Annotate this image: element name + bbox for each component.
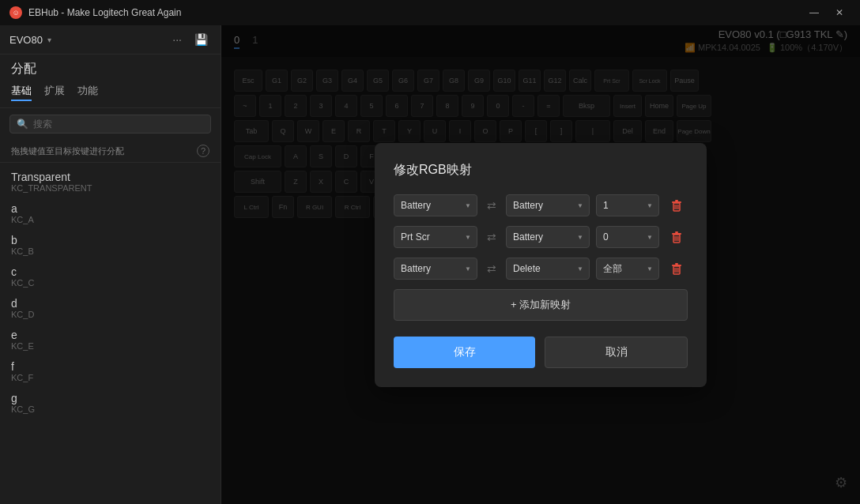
delete-row-3-button[interactable] [666, 258, 688, 280]
search-input[interactable] [33, 118, 204, 130]
device-arrow-icon: ▾ [47, 36, 51, 44]
app-icon: ☺ [9, 6, 22, 19]
list-item[interactable]: g KC_G [0, 387, 221, 419]
sidebar: EVO80 ▾ ··· 💾 分配 基础 扩展 功能 🔍 拖拽键值至目标按键进行分… [0, 25, 221, 504]
list-item[interactable]: e KC_E [0, 324, 221, 355]
target-select-1[interactable]: Battery Delete [506, 194, 590, 216]
key-item-label: a [11, 202, 209, 215]
value-select-wrapper-1: 1 0 全部 [596, 194, 659, 216]
app-title: EBHub - Make Logitech Great Again [28, 7, 181, 18]
content-area: 0 1 EVO80 v0.1 (□G913 TKL ✎) 📶 MPK14.04.… [221, 25, 860, 504]
mapping-row-2: Prt Scr Battery Delete ⇄ Battery Delete [394, 226, 688, 248]
mapping-row-1: Battery Prt Scr Delete ⇄ Battery Delete [394, 194, 688, 216]
sidebar-top: EVO80 ▾ ··· 💾 [0, 25, 221, 55]
assign-hint-text: 拖拽键值至目标按键进行分配 [11, 145, 124, 157]
list-item[interactable]: a KC_A [0, 197, 221, 229]
arrow-icon-3: ⇄ [484, 262, 500, 275]
mapping-row-3: Battery Prt Scr Delete ⇄ Delete Battery [394, 258, 688, 280]
source-select-1[interactable]: Battery Prt Scr Delete [394, 194, 477, 216]
list-item[interactable]: Transparent KC_TRANSPARENT [0, 166, 221, 197]
sidebar-tabs: 基础 扩展 功能 [0, 81, 221, 108]
target-select-wrapper-2: Battery Delete [506, 226, 590, 248]
arrow-icon-1: ⇄ [484, 199, 500, 212]
key-item-code: KC_D [11, 310, 209, 319]
save-config-button[interactable]: 💾 [191, 32, 211, 47]
key-item-code: KC_F [11, 373, 209, 382]
search-icon: 🔍 [17, 118, 28, 130]
key-item-code: KC_E [11, 341, 209, 351]
value-select-3[interactable]: 全部 0 1 [596, 258, 659, 280]
svg-rect-8 [675, 231, 678, 233]
key-item-code: KC_TRANSPARENT [11, 183, 209, 193]
tab-function[interactable]: 功能 [77, 84, 98, 101]
save-button[interactable]: 保存 [394, 337, 535, 368]
titlebar-controls: — ✕ [803, 5, 851, 21]
target-select-3[interactable]: Delete Battery [506, 258, 590, 280]
add-mapping-button[interactable]: + 添加新映射 [394, 289, 688, 321]
titlebar: ☺ EBHub - Make Logitech Great Again — ✕ [0, 0, 860, 25]
key-item-code: KC_B [11, 246, 209, 256]
value-select-wrapper-3: 全部 0 1 [596, 258, 659, 280]
source-select-wrapper-1: Battery Prt Scr Delete [394, 194, 477, 216]
minimize-button[interactable]: — [803, 5, 825, 21]
target-select-2[interactable]: Battery Delete [506, 226, 590, 248]
source-select-3[interactable]: Battery Prt Scr Delete [394, 258, 477, 280]
cancel-button[interactable]: 取消 [545, 337, 688, 368]
key-item-code: KC_G [11, 404, 209, 414]
value-select-wrapper-2: 0 1 全部 [596, 226, 659, 248]
list-item[interactable]: f KC_F [0, 355, 221, 387]
modal-overlay: 修改RGB映射 Battery Prt Scr Delete ⇄ Battery [221, 25, 860, 504]
assign-hint: 拖拽键值至目标按键进行分配 ? [0, 140, 221, 163]
key-item-code: KC_C [11, 278, 209, 288]
key-item-label: f [11, 360, 209, 373]
device-name: EVO80 [9, 34, 43, 46]
key-list: Transparent KC_TRANSPARENT a KC_A b KC_B… [0, 163, 221, 504]
source-select-wrapper-3: Battery Prt Scr Delete [394, 258, 477, 280]
key-item-label: d [11, 297, 209, 310]
titlebar-left: ☺ EBHub - Make Logitech Great Again [9, 6, 181, 19]
key-item-label: b [11, 234, 209, 246]
list-item[interactable]: b KC_B [0, 229, 221, 261]
device-selector[interactable]: EVO80 ▾ [9, 34, 51, 46]
delete-row-2-button[interactable] [666, 226, 688, 248]
key-item-label: g [11, 392, 209, 404]
key-item-label: Transparent [11, 171, 209, 183]
help-icon[interactable]: ? [197, 145, 209, 157]
source-select-2[interactable]: Prt Scr Battery Delete [394, 226, 477, 248]
list-item[interactable]: d KC_D [0, 292, 221, 324]
svg-rect-2 [675, 200, 678, 201]
key-item-label: e [11, 329, 209, 341]
svg-rect-14 [675, 263, 678, 265]
tab-basic[interactable]: 基础 [11, 84, 32, 101]
search-box: 🔍 [9, 115, 211, 134]
key-item-code: KC_A [11, 215, 209, 224]
target-select-wrapper-1: Battery Delete [506, 194, 590, 216]
more-options-button[interactable]: ··· [169, 32, 185, 47]
list-item[interactable]: c KC_C [0, 261, 221, 292]
value-select-2[interactable]: 0 1 全部 [596, 226, 659, 248]
target-select-wrapper-3: Delete Battery [506, 258, 590, 280]
sidebar-heading: 分配 [0, 55, 221, 81]
sidebar-icons: ··· 💾 [169, 32, 211, 47]
modal-dialog: 修改RGB映射 Battery Prt Scr Delete ⇄ Battery [375, 143, 707, 387]
arrow-icon-2: ⇄ [484, 231, 500, 243]
main-layout: EVO80 ▾ ··· 💾 分配 基础 扩展 功能 🔍 拖拽键值至目标按键进行分… [0, 25, 860, 504]
key-item-label: c [11, 265, 209, 278]
tab-extend[interactable]: 扩展 [44, 84, 65, 101]
modal-title: 修改RGB映射 [394, 162, 688, 179]
close-button[interactable]: ✕ [828, 5, 851, 21]
value-select-1[interactable]: 1 0 全部 [596, 194, 659, 216]
modal-footer: 保存 取消 [394, 337, 688, 368]
source-select-wrapper-2: Prt Scr Battery Delete [394, 226, 477, 248]
delete-row-1-button[interactable] [666, 194, 688, 216]
